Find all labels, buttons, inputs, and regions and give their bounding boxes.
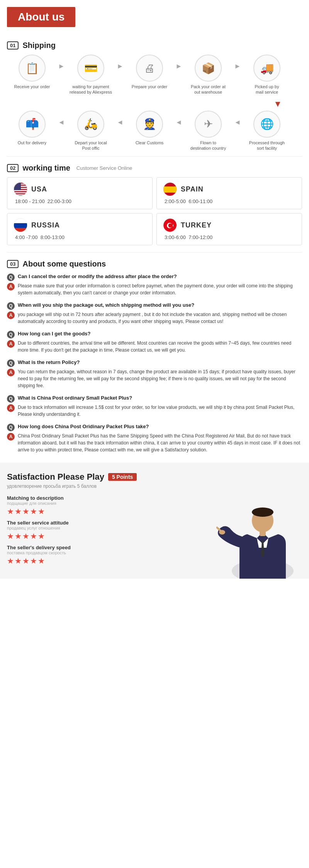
a-badge-3: A [7,340,15,348]
arrow-down: ▼ [7,99,302,109]
a-row-1: A Please make sure that your order infor… [7,282,302,296]
person-svg [216,494,309,579]
svg-rect-17 [163,186,177,193]
q-badge-1: Q [7,273,15,281]
spain-flag-icon [163,182,177,196]
usa-name-row: USA [14,182,146,196]
q-text-4: What is the return Policy? [18,359,80,366]
arrow-1: ► [57,55,66,70]
qa-item-6: Q How long does China Post Oridinary Pac… [7,423,302,453]
flown-label: Flown todestination country [190,140,226,151]
flown-icon: ✈ [195,111,222,138]
outdelivery-label: Out for delivery [18,140,47,145]
receive-label: Receive your order [14,84,50,89]
svg-rect-10 [14,192,27,193]
shipping-section-header: 01 Shipping [7,41,302,50]
q-text-3: How long can I get the goods? [18,330,91,337]
q-badge-3: Q [7,331,15,338]
customs-label: Clear Customs [136,140,164,145]
satisfaction-subtitle: удовлетворение просьба играть 5 баллов [7,484,302,489]
svg-point-36 [252,507,273,517]
turkey-hours: 3:00-6:00 7:00-12:00 [165,234,295,240]
svg-rect-26 [14,223,27,228]
a-row-2: A you package will ship out in 72 hours … [7,311,302,325]
questions-section-title: About some questions [22,260,106,268]
receive-icon: 📋 [19,55,46,82]
country-card-turkey: TURKEY 3:00-6:00 7:00-12:00 [156,213,302,245]
svg-rect-12 [14,195,27,196]
a-row-6: A China Post Oridinary Small Packet Plus… [7,432,302,453]
spain-name-row: SPAIN [163,182,295,196]
a-row-5: A Due to track information will increase… [7,404,302,418]
russia-country-name: RUSSIA [31,221,60,229]
satisfaction-ratings: Matching to description подщащие для опи… [7,495,192,566]
questions-list: Q Can I cancel the order or modify the a… [0,273,309,453]
a-text-4: You can return the package, without reas… [18,368,302,389]
usa-country-name: USA [31,185,47,193]
qa-item-4: Q What is the return Policy? A You can r… [7,359,302,389]
working-time-section-num: 02 [7,164,19,172]
arrow-5: ◄ [57,111,66,126]
satisfaction-title-text: Satisfaction Please Play [7,472,104,482]
rating-sublabel-1: подщащие для описания [7,501,192,506]
a-text-3: Due to different countries, the arrival … [18,340,302,354]
flow-step-receive: 📋 Receive your order [7,55,57,89]
svg-rect-25 [14,219,27,223]
payment-icon: 💳 [77,55,104,82]
outdelivery-icon: 📫 [19,111,46,138]
arrow-7: ◄ [175,111,183,126]
arrow-3: ► [175,55,183,70]
rating-label-2: The seller service attitude [7,520,192,526]
flow-step-customs: 👮 Clear Customs [124,111,175,145]
russia-name-row: RUSSIA [14,218,146,232]
a-row-4: A You can return the package, without re… [7,368,302,389]
flow-step-pack: 📦 Pack your order atout warehouse [183,55,233,95]
prepare-icon: 🖨 [136,55,163,82]
flow-step-depart: 🛵 Depart your localPost offic [66,111,116,151]
rating-stars-1: ★★★★★ [7,507,192,516]
q-badge-4: Q [7,359,15,367]
pickup-label: Picked up bymail service [255,84,279,95]
questions-section-num: 03 [7,260,19,268]
a-row-3: A Due to different countries, the arriva… [7,340,302,354]
a-badge-1: A [7,283,15,290]
rating-item-3: The seller's delivery speed поставка про… [7,545,192,566]
questions-section-header: 03 About some questions [7,260,302,268]
country-card-usa: USA 18:00 - 21:00 22:00-3:00 [7,177,153,209]
shipping-section-num: 01 [7,41,19,50]
working-time-section-header: 02 working time Customer Service Online [7,164,302,173]
flow-step-payment: 💳 waiting for paymentreleased by Aliexpr… [66,55,116,95]
rating-label-1: Matching to description [7,495,192,501]
shipping-section-title: Shipping [22,41,56,50]
a-text-1: Please make sure that your order informa… [18,282,302,296]
q-badge-5: Q [7,395,15,403]
depart-icon: 🛵 [77,111,104,138]
customs-icon: 👮 [136,111,163,138]
divider-1 [7,156,302,157]
spain-country-name: SPAIN [181,185,204,193]
qa-item-2: Q When will you ship the package out, wh… [7,302,302,325]
turkey-flag-icon [163,218,177,232]
q-row-3: Q How long can I get the goods? [7,330,302,338]
usa-hours: 18:00 - 21:00 22:00-3:00 [15,198,146,204]
person-image [201,494,309,579]
country-card-spain: SPAIN 2:00-5:00 6:00-11:00 [156,177,302,209]
qa-item-5: Q What is China Post ordinary Small Pack… [7,395,302,418]
depart-label: Depart your localPost offic [75,140,107,151]
sort-icon: 🌐 [253,111,280,138]
pickup-icon: 🚚 [253,55,280,82]
shipping-flow-row2: 📫 Out for delivery ◄ 🛵 Depart your local… [7,111,302,151]
q-row-5: Q What is China Post ordinary Small Pack… [7,395,302,403]
svg-rect-14 [14,183,21,190]
turkey-name-row: TURKEY [163,218,295,232]
rating-sublabel-3: поставка продавцом скорость [7,550,192,555]
a-badge-2: A [7,311,15,319]
q-text-2: When will you ship the package out, whic… [18,302,194,309]
a-text-2: you package will ship out in 72 hours af… [18,311,302,325]
rating-sublabel-2: продавец услуг отношения [7,526,192,530]
a-badge-4: A [7,369,15,376]
rating-label-3: The seller's delivery speed [7,545,192,550]
rating-stars-3: ★★★★★ [7,556,192,566]
q-text-1: Can I cancel the order or modify the add… [18,273,177,280]
q-row-6: Q How long does China Post Oridinary Pac… [7,423,302,431]
